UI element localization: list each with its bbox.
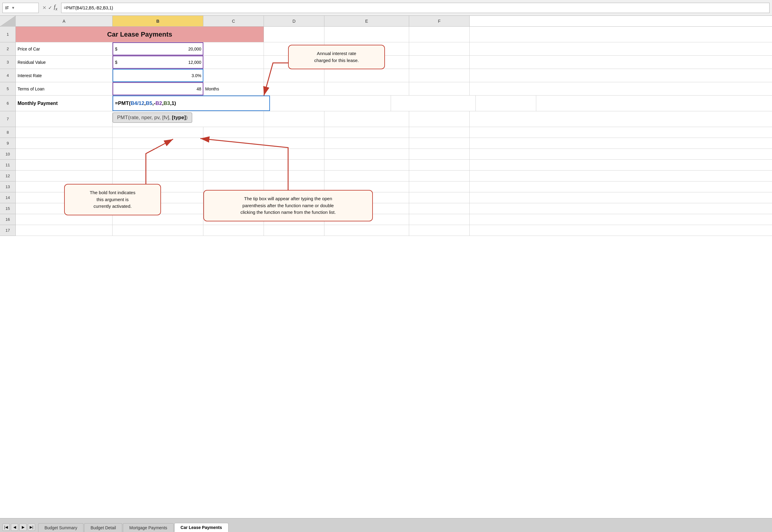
row-5: Terms of Loan 48 Months: [16, 82, 772, 96]
row-header-8: 8: [0, 127, 16, 138]
col-header-f[interactable]: F: [409, 16, 470, 26]
cell-a6[interactable]: Monthly Payment: [16, 96, 113, 111]
tab-budget-summary[interactable]: Budget Summary: [38, 523, 83, 532]
tab-mortgage-payments[interactable]: Mortgage Payments: [123, 523, 173, 532]
row-header-11: 11: [0, 160, 16, 171]
cell-c4[interactable]: [203, 69, 264, 82]
cancel-icon[interactable]: ✕: [42, 5, 46, 11]
cell-d6[interactable]: [270, 96, 391, 111]
row-11: [16, 160, 772, 171]
pmt-tooltip: PMT(rate, nper, pv, [fv], [type]): [113, 113, 192, 123]
cell-f1[interactable]: [409, 27, 470, 42]
spreadsheet: A B C D E F 1 2 3 4 5 6 7 8 9 10 11 12 1…: [0, 16, 772, 518]
cell-a4[interactable]: Interest Rate: [16, 69, 113, 82]
cell-b4[interactable]: 3.0%: [113, 69, 203, 82]
cell-f7[interactable]: [409, 111, 470, 127]
dollar-b3: $: [115, 60, 117, 65]
annotation-bold-font: The bold font indicates this argument is…: [64, 184, 161, 215]
row-10: [16, 149, 772, 160]
row-header-14: 14: [0, 192, 16, 203]
cell-e4[interactable]: [324, 69, 409, 82]
cell-c5[interactable]: Months: [203, 82, 264, 95]
cell-b6[interactable]: =PMT(B4/12,B5,-B2,B3,1): [113, 96, 270, 111]
col-header-d[interactable]: D: [264, 16, 324, 26]
cell-b3[interactable]: $ 12,000: [113, 56, 203, 69]
dollar-b2: $: [115, 47, 117, 51]
name-box[interactable]: IF ▼: [2, 3, 39, 13]
col-header-e[interactable]: E: [324, 16, 409, 26]
cell-c7[interactable]: [203, 111, 264, 127]
row-2: Price of Car $ 20,000: [16, 42, 772, 56]
formula-input[interactable]: =PMT(B4/12,B5,-B2,B3,1): [61, 3, 770, 13]
col-header-a[interactable]: A: [16, 16, 113, 26]
annotation-interest-rate: Annual interest rate charged for this le…: [288, 45, 385, 69]
formula-bar: IF ▼ ✕ ✓ fx =PMT(B4/12,B5,-B2,B3,1): [0, 0, 772, 16]
cell-b7: PMT(rate, nper, pv, [fv], [type]): [113, 111, 203, 127]
tab-next-btn[interactable]: ▶: [19, 524, 27, 531]
cell-b2[interactable]: $ 20,000: [113, 42, 203, 55]
row-header-13: 13: [0, 181, 16, 192]
cell-a5[interactable]: Terms of Loan: [16, 82, 113, 95]
row-header-12: 12: [0, 171, 16, 181]
row-16: [16, 214, 772, 225]
cell-d7[interactable]: [264, 111, 324, 127]
cell-a3[interactable]: Residual Value: [16, 56, 113, 69]
col-header-b[interactable]: B: [113, 16, 203, 26]
corner-cell: [0, 16, 16, 26]
row-header-6: 6: [0, 96, 16, 111]
cell-e7[interactable]: [324, 111, 409, 127]
cell-a2[interactable]: Price of Car: [16, 42, 113, 55]
row-9: [16, 138, 772, 149]
cell-d5[interactable]: [264, 82, 324, 95]
grid-content: Car Lease Payments Price of Car $ 20,000: [16, 27, 772, 518]
row-header-17: 17: [0, 225, 16, 236]
row-header-10: 10: [0, 149, 16, 160]
cell-e6[interactable]: [391, 96, 476, 111]
cell-b5[interactable]: 48: [113, 82, 203, 95]
row-header-3: 3: [0, 56, 16, 69]
row-header-2: 2: [0, 42, 16, 56]
cell-d4[interactable]: [264, 69, 324, 82]
cell-a1[interactable]: Car Lease Payments: [16, 27, 264, 42]
row-header-4: 4: [0, 69, 16, 82]
formula-display: =PMT(B4/12,B5,-B2,B3,1): [115, 100, 176, 106]
row-header-5: 5: [0, 82, 16, 96]
cell-c3[interactable]: [203, 56, 264, 69]
cell-f4[interactable]: [409, 69, 470, 82]
row-12: [16, 171, 772, 181]
cell-f2[interactable]: [409, 42, 470, 55]
cell-d1[interactable]: [264, 27, 324, 42]
tab-prev-btn[interactable]: ◀: [11, 524, 18, 531]
cell-e5[interactable]: [324, 82, 409, 95]
grid-body: 1 2 3 4 5 6 7 8 9 10 11 12 13 14 15 16 1…: [0, 27, 772, 518]
tab-first-btn[interactable]: |◀: [2, 524, 10, 531]
tab-budget-detail[interactable]: Budget Detail: [84, 523, 122, 532]
row-headers: 1 2 3 4 5 6 7 8 9 10 11 12 13 14 15 16 1…: [0, 27, 16, 518]
col-header-c[interactable]: C: [203, 16, 264, 26]
cell-c2[interactable]: [203, 42, 264, 55]
row-7: PMT(rate, nper, pv, [fv], [type]): [16, 111, 772, 127]
confirm-icon[interactable]: ✓: [48, 5, 52, 11]
row-header-16: 16: [0, 214, 16, 225]
row-4: Interest Rate 3.0%: [16, 69, 772, 82]
tab-last-btn[interactable]: ▶|: [28, 524, 35, 531]
cell-f3[interactable]: [409, 56, 470, 69]
cell-e1[interactable]: [324, 27, 409, 42]
cell-f6[interactable]: [476, 96, 536, 111]
formula-controls: ✕ ✓ fx: [41, 4, 59, 11]
row-header-9: 9: [0, 138, 16, 149]
annotation-tipbox: The tip box will appear after typing the…: [203, 190, 373, 221]
row-8: [16, 127, 772, 138]
row-header-7: 7: [0, 111, 16, 127]
row-1: Car Lease Payments: [16, 27, 772, 42]
row-6: Monthly Payment =PMT(B4/12,B5,-B2,B3,1): [16, 96, 772, 111]
column-headers: A B C D E F: [0, 16, 772, 27]
row-3: Residual Value $ 12,000: [16, 56, 772, 69]
tab-navigation: |◀ ◀ ▶ ▶|: [2, 524, 35, 532]
function-icon[interactable]: fx: [54, 4, 57, 11]
cell-a7[interactable]: [16, 111, 113, 127]
cell-f5[interactable]: [409, 82, 470, 95]
sheet-tabs: |◀ ◀ ▶ ▶| Budget Summary Budget Detail M…: [0, 518, 772, 532]
row-header-15: 15: [0, 203, 16, 214]
tab-car-lease-payments[interactable]: Car Lease Payments: [174, 523, 228, 532]
